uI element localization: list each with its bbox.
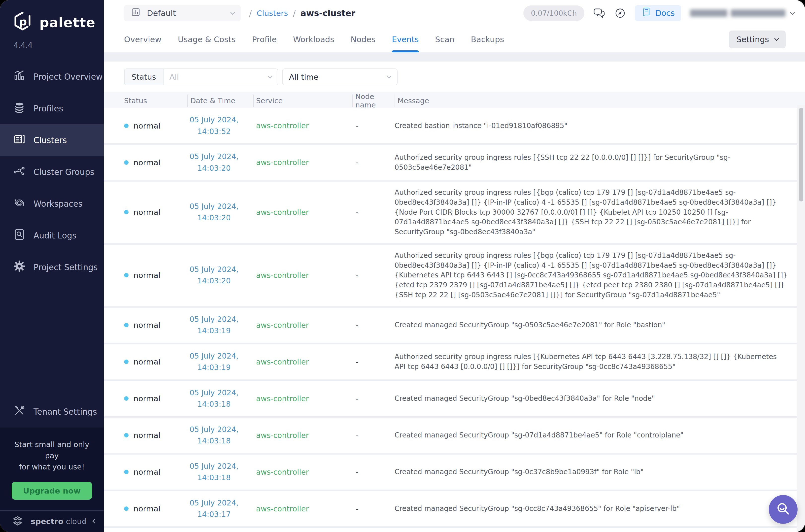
- table-row: normal05 July 2024, 14:03:52aws-controll…: [104, 108, 805, 143]
- time-range-value: All time: [289, 73, 319, 81]
- event-message: Created managed SecurityGroup "sg-0503c5…: [395, 320, 788, 330]
- event-node-name: -: [352, 358, 395, 366]
- event-node-name: -: [352, 271, 395, 280]
- sidebar-item-tenant-settings[interactable]: Tenant Settings: [0, 396, 104, 428]
- sidebar-collapse-button[interactable]: [93, 519, 96, 524]
- event-node-name: -: [352, 208, 395, 216]
- event-status: normal: [124, 394, 187, 403]
- event-service: aws-controller: [253, 271, 352, 280]
- project-select[interactable]: Default: [124, 5, 241, 21]
- event-service: aws-controller: [253, 121, 352, 130]
- upgrade-now-button[interactable]: Upgrade now: [12, 482, 92, 500]
- table-row: normal05 July 2024, 14:03:18aws-controll…: [104, 453, 805, 490]
- status-text: normal: [134, 431, 160, 440]
- status-text: normal: [134, 357, 160, 366]
- tab-nodes[interactable]: Nodes: [351, 26, 376, 52]
- tab-events[interactable]: Events: [392, 26, 419, 52]
- explore-compass-button[interactable]: [614, 7, 626, 19]
- tab-backups[interactable]: Backups: [471, 26, 504, 52]
- event-message: Created managed SecurityGroup "sg-0c37c8…: [395, 467, 788, 477]
- status-dot: [124, 507, 129, 511]
- event-status: normal: [124, 357, 187, 366]
- status-text: normal: [134, 158, 160, 167]
- sidebar-item-clusters[interactable]: Clusters: [0, 124, 104, 156]
- clusters-icon: [13, 133, 25, 147]
- event-datetime: 05 July 2024, 14:03:19: [187, 350, 253, 374]
- tab-workloads[interactable]: Workloads: [293, 26, 334, 52]
- event-service: aws-controller: [253, 358, 352, 366]
- settings-label: Settings: [736, 35, 769, 44]
- scrollbar-track: [797, 105, 805, 532]
- logo-block: p palette 4.4.4: [0, 0, 104, 50]
- tab-usage-costs[interactable]: Usage & Costs: [178, 26, 236, 52]
- table-row: normal05 July 2024, 14:03:20aws-controll…: [104, 143, 805, 180]
- palette-logo-icon: p: [14, 12, 34, 33]
- workspaces-icon: [13, 196, 25, 211]
- promo-text: Start small and only pay for what you us…: [7, 439, 97, 472]
- chevron-down-icon: [774, 36, 779, 41]
- event-status: normal: [124, 121, 187, 130]
- status-text: normal: [134, 208, 160, 216]
- event-node-name: -: [352, 121, 395, 130]
- sidebar-item-label: Workspaces: [34, 199, 83, 209]
- table-row: normal05 July 2024, 14:03:18aws-controll…: [104, 379, 805, 416]
- sidebar-item-profiles[interactable]: Profiles: [0, 93, 104, 124]
- event-status: normal: [124, 208, 187, 216]
- event-service: aws-controller: [253, 505, 352, 513]
- tab-scan[interactable]: Scan: [435, 26, 455, 52]
- sidebar-item-label: Project Settings: [34, 263, 98, 272]
- breadcrumb-separator: /: [293, 9, 295, 18]
- breadcrumb: / Clusters / aws-cluster: [249, 8, 356, 18]
- column-header-service: Service: [253, 92, 352, 109]
- event-message: Authorized security group ingress rules …: [395, 188, 788, 237]
- table-row: normal05 July 2024, 14:03:18aws-controll…: [104, 416, 805, 453]
- event-service: aws-controller: [253, 431, 352, 440]
- sidebar-item-project-settings[interactable]: Project Settings: [0, 251, 104, 283]
- event-message: Authorized security group ingress rules …: [395, 251, 788, 300]
- user-name-redacted: [690, 10, 785, 17]
- column-header-node-name: Node name: [352, 92, 395, 109]
- chat-bubbles-icon: [593, 7, 605, 19]
- status-filter-select[interactable]: All: [164, 69, 278, 85]
- status-filter-label: Status: [124, 69, 164, 85]
- settings-button[interactable]: Settings: [729, 31, 786, 49]
- status-text: normal: [134, 321, 160, 329]
- chevron-down-icon: [268, 74, 272, 78]
- sidebar-item-label: Audit Logs: [34, 231, 76, 241]
- status-dot: [124, 124, 129, 128]
- event-node-name: -: [352, 468, 395, 476]
- event-service: aws-controller: [253, 321, 352, 329]
- feedback-chat-button[interactable]: [593, 7, 605, 19]
- event-node-name: -: [352, 431, 395, 440]
- event-datetime: 05 July 2024, 14:03:19: [187, 314, 253, 337]
- sidebar-item-cluster-groups[interactable]: Cluster Groups: [0, 156, 104, 188]
- scrollbar-thumb[interactable]: [799, 108, 803, 202]
- project-overview-icon: [13, 70, 25, 84]
- tab-overview[interactable]: Overview: [124, 26, 161, 52]
- sidebar-nav: Project OverviewProfilesClustersCluster …: [0, 61, 104, 283]
- cluster-tabs: OverviewUsage & CostsProfileWorkloadsNod…: [104, 26, 805, 53]
- time-range-select[interactable]: All time: [282, 69, 398, 86]
- sidebar-item-audit-logs[interactable]: Audit Logs: [0, 220, 104, 251]
- status-dot: [124, 360, 129, 364]
- status-text: normal: [134, 121, 160, 130]
- table-row: normal05 July 2024, 14:03:19aws-controll…: [104, 306, 805, 343]
- docs-button[interactable]: Docs: [635, 5, 681, 21]
- sidebar-item-project-overview[interactable]: Project Overview: [0, 61, 104, 93]
- sidebar-item-workspaces[interactable]: Workspaces: [0, 188, 104, 220]
- resource-center-fab[interactable]: [769, 495, 798, 524]
- breadcrumb-link-clusters[interactable]: Clusters: [256, 9, 288, 18]
- audit-logs-icon: [13, 228, 25, 243]
- compass-icon: [614, 7, 626, 19]
- search-smile-icon: [774, 500, 792, 519]
- cluster-groups-icon: [13, 165, 25, 179]
- event-message: Created bastion instance "i-01ed91810af0…: [395, 121, 788, 131]
- user-menu[interactable]: [690, 10, 794, 17]
- event-status: normal: [124, 321, 187, 329]
- event-status: normal: [124, 504, 187, 513]
- tab-profile[interactable]: Profile: [252, 26, 277, 52]
- event-service: aws-controller: [253, 158, 352, 167]
- event-datetime: 05 July 2024, 14:03:17: [187, 497, 253, 520]
- status-text: normal: [134, 504, 160, 513]
- events-table-header: StatusDate & TimeServiceNode nameMessage: [104, 92, 805, 108]
